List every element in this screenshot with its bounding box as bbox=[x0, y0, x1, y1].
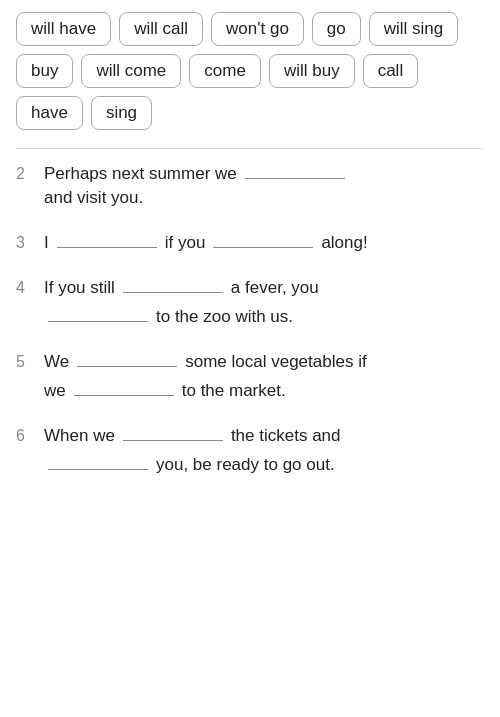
divider bbox=[16, 148, 484, 149]
sentence-section: 3Iif youalong! bbox=[16, 228, 484, 253]
answer-blank[interactable] bbox=[74, 376, 174, 396]
sentence-text: a fever, you bbox=[231, 278, 319, 298]
sentence-text: and visit you. bbox=[44, 188, 143, 208]
sentence-row: and visit you. bbox=[44, 188, 484, 208]
word-chip[interactable]: sing bbox=[91, 96, 152, 130]
answer-blank[interactable] bbox=[48, 302, 148, 322]
sentence-text: We bbox=[44, 352, 69, 372]
sentence-row: 3Iif youalong! bbox=[16, 228, 484, 253]
answer-blank[interactable] bbox=[245, 159, 345, 179]
sentence-text: to the zoo with us. bbox=[156, 307, 293, 327]
word-chip[interactable]: will come bbox=[81, 54, 181, 88]
sentence-text: to the market. bbox=[182, 381, 286, 401]
word-chip[interactable]: will have bbox=[16, 12, 111, 46]
sentence-text: you, be ready to go out. bbox=[156, 455, 335, 475]
word-chip[interactable]: call bbox=[363, 54, 419, 88]
sentence-text: Perhaps next summer we bbox=[44, 164, 237, 184]
answer-blank[interactable] bbox=[77, 347, 177, 367]
word-chip[interactable]: will call bbox=[119, 12, 203, 46]
sentence-section: 6When wethe tickets andyou, be ready to … bbox=[16, 421, 484, 475]
sentence-text: along! bbox=[321, 233, 367, 253]
sentence-number: 5 bbox=[16, 353, 34, 371]
word-chip[interactable]: will buy bbox=[269, 54, 355, 88]
sentence-number: 2 bbox=[16, 165, 34, 183]
answer-blank[interactable] bbox=[213, 228, 313, 248]
sentence-row: to the zoo with us. bbox=[44, 302, 484, 327]
sentence-number: 4 bbox=[16, 279, 34, 297]
sentence-section: 2Perhaps next summer weand visit you. bbox=[16, 159, 484, 208]
word-chip[interactable]: buy bbox=[16, 54, 73, 88]
answer-blank[interactable] bbox=[123, 273, 223, 293]
sentences-container: 2Perhaps next summer weand visit you.3Ii… bbox=[16, 159, 484, 475]
word-chip[interactable]: go bbox=[312, 12, 361, 46]
sentence-row: 2Perhaps next summer we bbox=[16, 159, 484, 184]
sentence-row: 5Wesome local vegetables if bbox=[16, 347, 484, 372]
sentence-row: 6When wethe tickets and bbox=[16, 421, 484, 446]
sentence-section: 5Wesome local vegetables ifweto the mark… bbox=[16, 347, 484, 401]
sentence-number: 6 bbox=[16, 427, 34, 445]
sentence-section: 4If you stilla fever, youto the zoo with… bbox=[16, 273, 484, 327]
answer-blank[interactable] bbox=[123, 421, 223, 441]
sentence-text: some local vegetables if bbox=[185, 352, 366, 372]
word-chip[interactable]: will sing bbox=[369, 12, 459, 46]
sentence-number: 3 bbox=[16, 234, 34, 252]
sentence-row: you, be ready to go out. bbox=[44, 450, 484, 475]
sentence-text: the tickets and bbox=[231, 426, 341, 446]
sentence-text: I bbox=[44, 233, 49, 253]
answer-blank[interactable] bbox=[48, 450, 148, 470]
word-chip[interactable]: come bbox=[189, 54, 261, 88]
word-chip[interactable]: won't go bbox=[211, 12, 304, 46]
sentence-text: When we bbox=[44, 426, 115, 446]
sentence-row: 4If you stilla fever, you bbox=[16, 273, 484, 298]
sentence-text: If you still bbox=[44, 278, 115, 298]
word-chip[interactable]: have bbox=[16, 96, 83, 130]
answer-blank[interactable] bbox=[57, 228, 157, 248]
sentence-text: we bbox=[44, 381, 66, 401]
sentence-row: weto the market. bbox=[44, 376, 484, 401]
sentence-text: if you bbox=[165, 233, 206, 253]
word-bank: will havewill callwon't gogowill singbuy… bbox=[16, 12, 484, 130]
